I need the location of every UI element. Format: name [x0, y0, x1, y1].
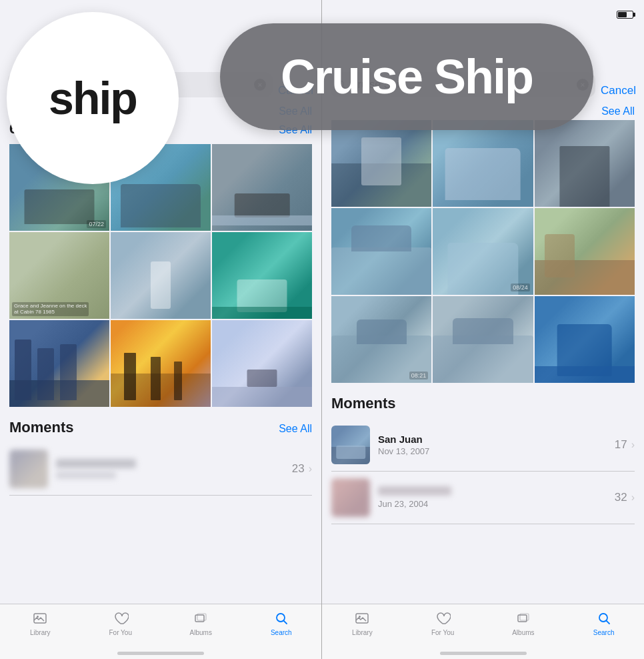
tab-library-label-right: Library	[352, 629, 373, 636]
photos-section-header-left: 64 Photos See All	[9, 120, 312, 137]
see-all-top-left[interactable]: See All	[279, 105, 312, 117]
search-icon-right	[337, 80, 346, 89]
search-input-left[interactable]: ship ×	[8, 72, 273, 97]
tab-albums-left[interactable]: Albums	[161, 610, 241, 636]
svg-line-1	[21, 87, 24, 89]
tab-foryou-right[interactable]: For You	[403, 610, 483, 636]
tab-albums-right[interactable]: Albums	[483, 610, 564, 636]
photo-cell[interactable]	[9, 320, 109, 407]
content-area-left: 64 Photos See All 07/22 Grace an	[0, 120, 321, 407]
photo-cell[interactable]: 08:21	[331, 296, 431, 383]
moment-date-2-right: Jun 23, 2004	[378, 499, 607, 509]
photo-cell[interactable]	[111, 232, 211, 319]
photo-cell[interactable]	[212, 232, 312, 319]
moments-see-all-left[interactable]: See All	[279, 423, 312, 435]
albums-icon-right	[515, 610, 532, 627]
moment-title-left	[56, 459, 136, 468]
search-input-right[interactable]: Cruise Ship ×	[330, 72, 595, 97]
status-bar-left	[0, 0, 321, 29]
moments-section-right: Moments San Juan Nov 13, 2007 17 ›	[322, 395, 644, 524]
photo-grid-right: 08/24 08:21	[331, 120, 635, 383]
tab-library-right[interactable]: Library	[322, 610, 403, 636]
moment-thumb-2-right	[331, 478, 370, 517]
status-bar-right	[322, 0, 644, 29]
see-all-bar-left: See All	[0, 103, 321, 120]
svg-line-9	[343, 87, 346, 89]
moment-date-left	[56, 472, 116, 479]
moment-thumb-sanjuan	[331, 426, 370, 464]
content-area-right: 08/24 08:21	[322, 120, 644, 383]
photos-title-left: 64 Photos	[9, 120, 79, 137]
photo-cell[interactable]	[535, 120, 635, 207]
moment-chevron-sanjuan: ›	[631, 439, 635, 451]
tab-search-label-left: Search	[271, 629, 292, 636]
moment-count-area-2-right: 32 ›	[615, 491, 635, 504]
moments-title-left: Moments	[9, 419, 74, 436]
photo-cell[interactable]	[433, 120, 533, 207]
cancel-button-right[interactable]: Cancel	[601, 84, 636, 97]
moment-item-sanjuan[interactable]: San Juan Nov 13, 2007 17 ›	[331, 419, 635, 472]
moment-item-2-right[interactable]: Jun 23, 2004 32 ›	[331, 472, 635, 524]
photos-icon-right	[353, 610, 371, 627]
tab-bar-right: Library For You Albums	[322, 604, 644, 659]
heart-icon-left	[112, 610, 129, 627]
clear-search-right[interactable]: ×	[577, 79, 589, 91]
tab-foryou-label-right: For You	[431, 629, 454, 636]
moments-section-left: Moments See All 23 ›	[0, 419, 321, 496]
photo-cell[interactable]: Grace and Jeanne on the deckat Cabin 78 …	[9, 232, 109, 319]
home-indicator-left	[117, 652, 204, 655]
photo-cell[interactable]: 07/22	[9, 144, 109, 231]
moment-count-sanjuan: 17	[615, 438, 627, 452]
photo-cell[interactable]	[535, 208, 635, 295]
cancel-button-left[interactable]: Cancel	[278, 84, 313, 97]
tab-foryou-left[interactable]: For You	[81, 610, 161, 636]
tab-search-label-right: Search	[593, 629, 615, 636]
moment-title-sanjuan: San Juan	[378, 434, 607, 445]
moment-info-left	[56, 459, 284, 479]
moment-thumb-left	[9, 450, 48, 488]
search-icon-tab-left	[273, 610, 290, 627]
clear-search-left[interactable]: ×	[254, 79, 266, 91]
search-bar-area-left: ship × Cancel	[0, 29, 321, 103]
search-bar-area-right: Cruise Ship × Cancel	[322, 29, 644, 103]
photo-cell[interactable]	[331, 120, 431, 207]
moment-info-sanjuan: San Juan Nov 13, 2007	[378, 434, 607, 456]
photo-cell[interactable]	[111, 144, 211, 231]
see-all-bar-right: See All	[322, 103, 644, 120]
tab-search-left[interactable]: Search	[241, 610, 322, 636]
tab-albums-label-right: Albums	[512, 629, 534, 636]
home-indicator-right	[440, 652, 527, 655]
photos-icon-left	[31, 610, 49, 627]
photos-see-all-left[interactable]: See All	[279, 124, 312, 136]
tab-library-left[interactable]: Library	[0, 610, 81, 636]
moment-item-left[interactable]: 23 ›	[9, 443, 312, 496]
see-all-top-right[interactable]: See All	[601, 105, 635, 117]
moment-count-left: 23	[292, 462, 305, 476]
photo-cell[interactable]	[212, 144, 312, 231]
albums-icon-left	[192, 610, 209, 627]
moment-date-sanjuan: Nov 13, 2007	[378, 446, 607, 456]
right-phone: Cruise Ship × Cancel See All	[322, 0, 644, 659]
photo-cell[interactable]	[212, 320, 312, 407]
search-text-right: Cruise Ship	[350, 79, 573, 91]
svg-line-7	[284, 621, 287, 624]
svg-line-15	[606, 621, 609, 624]
photo-cell[interactable]	[111, 320, 211, 407]
moment-count-area-sanjuan: 17 ›	[615, 438, 635, 452]
search-icon-tab-right	[595, 610, 613, 627]
moment-chevron-2-right: ›	[631, 492, 635, 504]
photo-cell[interactable]	[433, 296, 533, 383]
photo-cell[interactable]	[535, 296, 635, 383]
battery-icon-right	[617, 11, 633, 19]
photo-cell[interactable]	[331, 208, 431, 295]
moment-info-2-right: Jun 23, 2004	[378, 486, 607, 509]
tab-foryou-label-left: For You	[109, 629, 132, 636]
tab-search-right[interactable]: Search	[563, 610, 644, 636]
left-phone: ship × Cancel See All 64 Photos See All …	[0, 0, 322, 659]
moment-count-area-left: 23 ›	[292, 462, 312, 476]
moments-title-right: Moments	[331, 395, 396, 412]
moments-header-right: Moments	[331, 395, 635, 412]
photo-cell[interactable]: 08/24	[433, 208, 533, 295]
moments-header-left: Moments See All	[9, 419, 312, 436]
tab-library-label-left: Library	[30, 629, 51, 636]
